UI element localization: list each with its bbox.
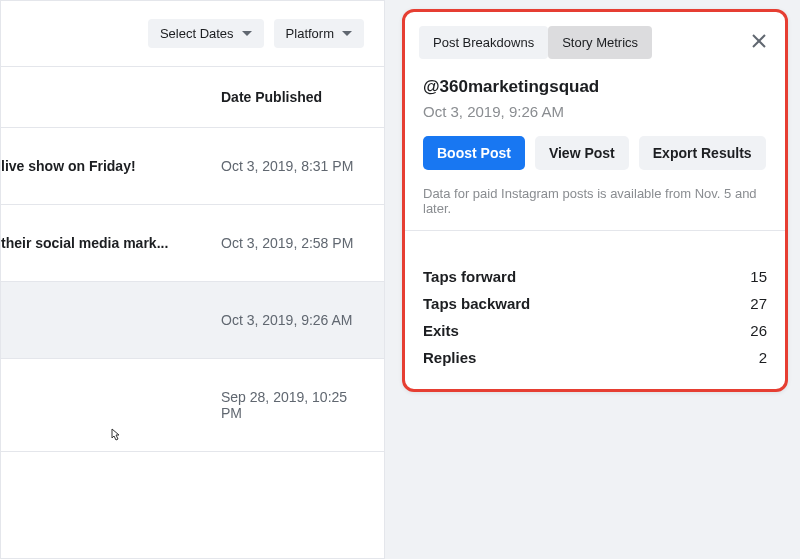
metric-label: Taps forward <box>423 268 516 285</box>
post-title: live show on Friday! <box>1 158 201 174</box>
action-row: Boost Post View Post Export Results <box>423 136 767 170</box>
post-title: their social media mark... <box>1 235 201 251</box>
close-icon <box>751 33 767 49</box>
metrics-list: Taps forward 15 Taps backward 27 Exits 2… <box>405 245 785 389</box>
table-row[interactable]: their social media mark... Oct 3, 2019, … <box>1 205 384 282</box>
posts-list-panel: Select Dates Platform Date Published liv… <box>0 0 385 559</box>
platform-filter[interactable]: Platform <box>274 19 364 48</box>
metric-taps-backward: Taps backward 27 <box>423 290 767 317</box>
filters-bar: Select Dates Platform <box>1 1 384 67</box>
tab-post-breakdowns[interactable]: Post Breakdowns <box>419 26 548 59</box>
metric-value: 26 <box>750 322 767 339</box>
metric-replies: Replies 2 <box>423 344 767 371</box>
caret-down-icon <box>342 31 352 36</box>
post-date: Oct 3, 2019, 2:58 PM <box>201 235 353 251</box>
export-results-button[interactable]: Export Results <box>639 136 766 170</box>
metric-value: 15 <box>750 268 767 285</box>
tabs: Post Breakdowns Story Metrics <box>419 26 652 59</box>
select-dates-filter[interactable]: Select Dates <box>148 19 264 48</box>
caret-down-icon <box>242 31 252 36</box>
post-date: Oct 3, 2019, 8:31 PM <box>201 158 353 174</box>
panel-header: Post Breakdowns Story Metrics <box>405 12 785 59</box>
view-post-button[interactable]: View Post <box>535 136 629 170</box>
close-button[interactable] <box>747 29 771 56</box>
metric-exits: Exits 26 <box>423 317 767 344</box>
post-date: Sep 28, 2019, 10:25 PM <box>201 389 364 421</box>
table-row[interactable]: live show on Friday! Oct 3, 2019, 8:31 P… <box>1 128 384 205</box>
table-row[interactable]: Sep 28, 2019, 10:25 PM <box>1 359 384 452</box>
divider <box>405 230 785 231</box>
story-metrics-panel: Post Breakdowns Story Metrics @360market… <box>402 9 788 392</box>
tab-story-metrics[interactable]: Story Metrics <box>548 26 652 59</box>
account-handle: @360marketingsquad <box>423 77 767 97</box>
table-row[interactable]: Oct 3, 2019, 9:26 AM <box>1 282 384 359</box>
metric-taps-forward: Taps forward 15 <box>423 263 767 290</box>
metric-label: Replies <box>423 349 476 366</box>
metric-label: Taps backward <box>423 295 530 312</box>
date-published-header: Date Published <box>1 67 384 128</box>
panel-content: @360marketingsquad Oct 3, 2019, 9:26 AM … <box>405 59 785 245</box>
metric-label: Exits <box>423 322 459 339</box>
metric-value: 2 <box>759 349 767 366</box>
boost-post-button[interactable]: Boost Post <box>423 136 525 170</box>
post-date: Oct 3, 2019, 9:26 AM <box>201 312 353 328</box>
paid-data-note: Data for paid Instagram posts is availab… <box>423 186 767 216</box>
select-dates-label: Select Dates <box>160 26 234 41</box>
metric-value: 27 <box>750 295 767 312</box>
published-time: Oct 3, 2019, 9:26 AM <box>423 103 767 120</box>
platform-label: Platform <box>286 26 334 41</box>
